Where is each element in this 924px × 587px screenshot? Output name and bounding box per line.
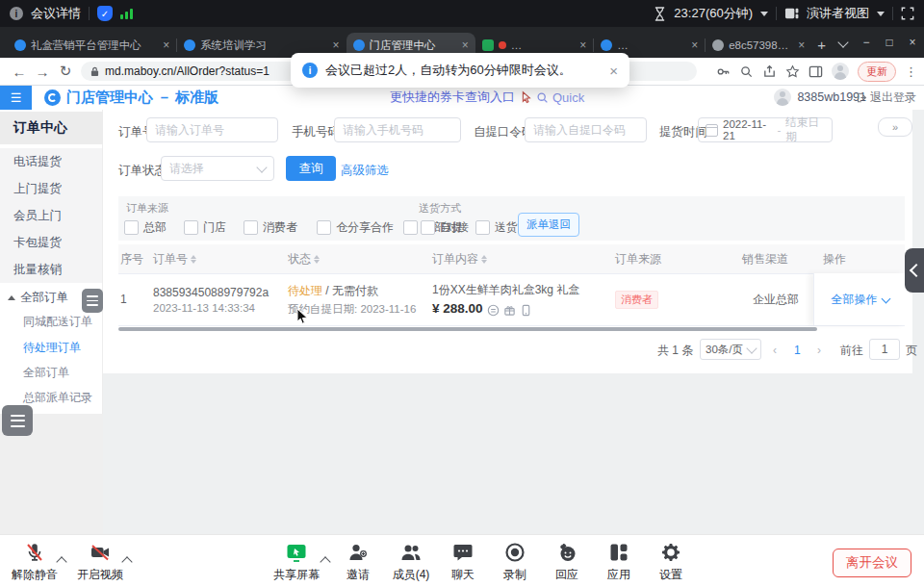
sort-icon[interactable] bbox=[481, 255, 487, 264]
filter-collapse-button[interactable]: » bbox=[878, 117, 912, 137]
horizontal-scrollbar[interactable] bbox=[118, 327, 817, 331]
checkbox-label: 消费者 bbox=[263, 219, 297, 236]
apps-button[interactable]: 应用 bbox=[592, 541, 646, 583]
col-content[interactable]: 订单内容 bbox=[432, 244, 487, 273]
chevron-down-icon bbox=[256, 162, 267, 172]
chrome-update-button[interactable]: 更新 bbox=[858, 62, 896, 82]
row-actions-dropdown[interactable]: 全部操作 bbox=[813, 273, 906, 325]
unmute-button[interactable]: 解除静音 bbox=[8, 541, 62, 583]
sidebar-sub-pending-orders[interactable]: 待处理订单 bbox=[0, 335, 102, 360]
reactions-button[interactable]: 回应 bbox=[540, 541, 594, 583]
chat-button[interactable]: 聊天 bbox=[436, 541, 490, 583]
sort-icon[interactable] bbox=[191, 255, 196, 264]
browser-menu-icon[interactable]: ⋮ bbox=[905, 64, 918, 79]
url-text: md.maboy.cn/AllOrder?status=1 bbox=[105, 64, 270, 78]
timer-dropdown-icon[interactable] bbox=[760, 12, 768, 16]
browser-tab-6[interactable]: e8c573980b1328a258fd2e6f8 × bbox=[706, 33, 811, 58]
meeting-sidebar-handle[interactable] bbox=[82, 289, 103, 313]
checkbox-delivery[interactable]: 送货 bbox=[475, 219, 518, 236]
cell-source: 消费者 bbox=[615, 273, 731, 325]
chevron-down-icon bbox=[746, 343, 757, 353]
invite-button[interactable]: 邀请 bbox=[331, 541, 385, 583]
bookmark-star-icon[interactable] bbox=[785, 64, 800, 79]
dispatch-return-button[interactable]: 派单退回 bbox=[518, 213, 579, 237]
pickup-code-input[interactable] bbox=[525, 117, 647, 142]
search-button[interactable]: 查询 bbox=[286, 156, 336, 181]
checkbox-icon bbox=[317, 220, 331, 235]
checkbox-store[interactable]: 门店 bbox=[184, 219, 226, 236]
prev-page-button[interactable]: ‹ bbox=[773, 339, 777, 362]
zoom-icon[interactable] bbox=[739, 64, 754, 79]
tab-close-icon[interactable]: × bbox=[579, 38, 586, 52]
order-no-input[interactable] bbox=[146, 117, 278, 142]
sidebar-item-door-pickup[interactable]: 上门提货 bbox=[0, 175, 102, 202]
next-page-button[interactable]: › bbox=[817, 339, 821, 362]
order-status-select[interactable]: 请选择 bbox=[161, 156, 274, 181]
gift-box-icon bbox=[503, 304, 516, 317]
checkbox-self-pickup[interactable]: 自提 bbox=[421, 219, 463, 236]
tab-close-icon[interactable]: × bbox=[798, 38, 805, 52]
sidebar-toggle-button[interactable]: ☰ bbox=[0, 85, 32, 110]
logout-button[interactable]: 退出登录 bbox=[857, 89, 916, 106]
share-options-caret[interactable] bbox=[321, 556, 329, 564]
sort-icon[interactable] bbox=[314, 255, 320, 264]
col-order-no[interactable]: 订单号 bbox=[153, 244, 196, 273]
goto-page-input[interactable] bbox=[869, 339, 900, 360]
members-button[interactable]: 成员(4) bbox=[384, 541, 438, 583]
meeting-details-label[interactable]: 会议详情 bbox=[31, 5, 81, 22]
tab-close-icon[interactable]: × bbox=[333, 38, 340, 52]
sidebar-sub-all-orders[interactable]: 全部订单 bbox=[0, 360, 102, 385]
share-page-icon[interactable] bbox=[762, 64, 777, 79]
fullscreen-icon[interactable] bbox=[901, 7, 914, 20]
advanced-filter-link[interactable]: 高级筛选 bbox=[341, 163, 389, 179]
page-size-select[interactable]: 30条/页 bbox=[700, 339, 761, 360]
network-signal-icon[interactable] bbox=[120, 8, 133, 19]
record-button[interactable]: 录制 bbox=[488, 541, 542, 583]
settings-button[interactable]: 设置 bbox=[644, 541, 698, 583]
side-panel-icon[interactable] bbox=[808, 64, 823, 79]
browser-profile-avatar[interactable] bbox=[832, 63, 849, 80]
user-account[interactable]: 8385wb1991 bbox=[774, 89, 866, 106]
tab-close-icon[interactable]: × bbox=[462, 38, 469, 52]
leave-meeting-button[interactable]: 离开会议 bbox=[833, 549, 911, 577]
tab-search-chevron[interactable] bbox=[832, 36, 855, 49]
view-mode-label[interactable]: 演讲者视图 bbox=[807, 5, 869, 22]
start-video-button[interactable]: 开启视频 bbox=[73, 541, 127, 583]
tab-close-icon[interactable]: × bbox=[691, 38, 698, 52]
sidebar-item-batch-verify[interactable]: 批量核销 bbox=[0, 256, 102, 283]
tab-close-icon[interactable]: × bbox=[163, 38, 169, 52]
mic-options-caret[interactable] bbox=[58, 556, 65, 564]
end-date-placeholder: 结束日期 bbox=[785, 115, 825, 144]
forward-button[interactable]: → bbox=[31, 64, 54, 80]
password-key-icon[interactable] bbox=[716, 64, 731, 79]
security-shield-icon[interactable]: ✓ bbox=[97, 6, 113, 21]
view-dropdown-icon[interactable] bbox=[877, 12, 885, 16]
meeting-panel-expand-handle[interactable] bbox=[905, 248, 924, 293]
video-options-caret[interactable] bbox=[123, 556, 131, 564]
checkbox-hq[interactable]: 总部 bbox=[124, 219, 167, 236]
new-tab-button[interactable]: + bbox=[817, 37, 826, 53]
window-minimize-button[interactable]: − bbox=[855, 36, 878, 49]
actions-label: 全部操作 bbox=[832, 292, 878, 308]
col-index: 序号 bbox=[120, 244, 143, 273]
date-range-picker[interactable]: 2022-11-21 - 结束日期 bbox=[698, 117, 833, 142]
promo-link[interactable]: 更快捷的券卡查询入口 Quick bbox=[390, 89, 584, 106]
browser-tab-1[interactable]: 礼盒营销平台管理中心 × bbox=[8, 33, 176, 58]
col-status[interactable]: 状态 bbox=[288, 244, 320, 273]
meeting-toolbox-float[interactable] bbox=[2, 405, 33, 436]
reload-button[interactable]: ↻ bbox=[54, 63, 77, 80]
banner-close-icon[interactable]: × bbox=[609, 63, 618, 79]
meeting-info-icon[interactable]: i bbox=[10, 7, 23, 20]
phone-input[interactable] bbox=[334, 117, 461, 142]
window-maximize-button[interactable]: □ bbox=[878, 36, 901, 49]
share-screen-button[interactable]: 共享屏幕 bbox=[270, 541, 323, 583]
unmute-label: 解除静音 bbox=[12, 567, 58, 583]
back-button[interactable]: ← bbox=[8, 64, 31, 80]
sidebar-item-member-visit[interactable]: 会员上门 bbox=[0, 202, 102, 229]
window-close-button[interactable]: × bbox=[901, 36, 924, 49]
page-number-current[interactable]: 1 bbox=[794, 339, 801, 362]
sidebar-item-phone-pickup[interactable]: 电话提货 bbox=[0, 148, 102, 175]
checkbox-warehouse-share[interactable]: 仓分享合作 bbox=[317, 219, 394, 236]
checkbox-consumer[interactable]: 消费者 bbox=[244, 219, 297, 236]
sidebar-item-card-pickup[interactable]: 卡包提货 bbox=[0, 229, 102, 256]
